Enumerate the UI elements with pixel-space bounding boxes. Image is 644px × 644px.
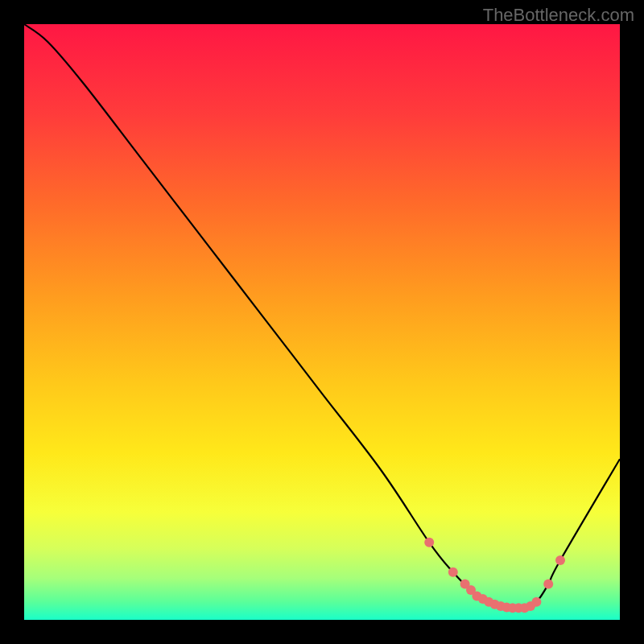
watermark-text: TheBottleneck.com	[483, 5, 634, 26]
marker-point	[448, 568, 458, 577]
marker-point	[531, 597, 541, 607]
chart-frame	[24, 24, 620, 620]
bottleneck-curve	[24, 24, 620, 609]
marker-point	[543, 580, 553, 589]
marker-point	[424, 538, 434, 547]
marker-point	[555, 555, 565, 565]
marker-group	[424, 538, 565, 613]
curve-layer	[24, 24, 620, 620]
